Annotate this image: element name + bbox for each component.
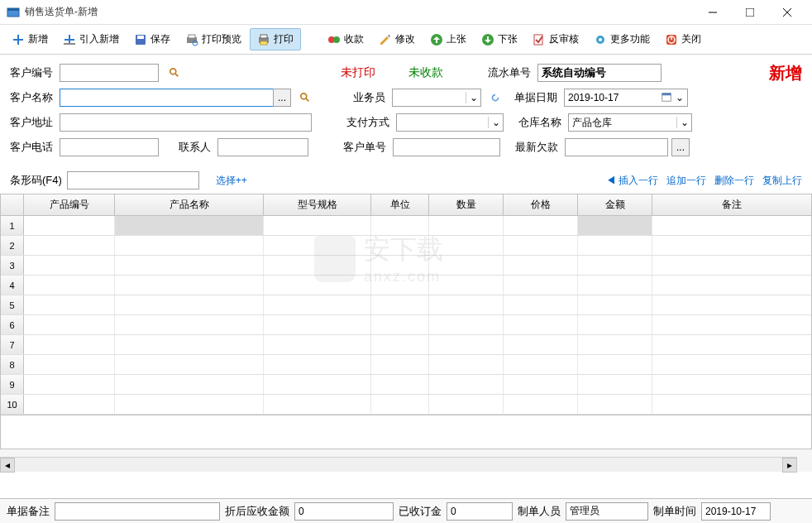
cell-qty[interactable] [429,236,504,255]
more-button[interactable]: 更多功能 [587,29,657,50]
customer-name-browse-button[interactable]: ... [273,89,291,107]
table-row[interactable]: 10 [1,395,811,415]
cell-remark[interactable] [652,236,811,255]
delete-row-link[interactable]: 删除一行 [714,174,754,188]
receive-button[interactable]: 收款 [321,29,370,50]
print-button[interactable]: 打印 [250,28,301,50]
serial-input[interactable] [537,64,662,82]
cell-product-name[interactable] [115,256,264,275]
cell-spec[interactable] [264,315,371,334]
customer-addr-input[interactable] [60,113,312,132]
cell-unit[interactable] [371,315,429,334]
customer-tel-input[interactable] [60,138,159,156]
cell-remark[interactable] [652,276,811,295]
after-discount-input[interactable] [294,502,394,521]
cell-remark[interactable] [652,295,811,314]
cell-amount[interactable] [578,315,652,334]
table-row[interactable]: 3 [1,256,811,276]
cell-remark[interactable] [652,256,811,275]
cell-amount[interactable] [578,395,652,414]
col-qty[interactable]: 数量 [429,194,504,215]
table-row[interactable]: 2 [1,236,811,256]
cell-remark[interactable] [652,355,811,374]
cell-price[interactable] [504,335,578,354]
cell-price[interactable] [504,295,578,314]
maker-input[interactable] [566,502,648,521]
cell-qty[interactable] [429,256,504,275]
unaudit-button[interactable]: 反审核 [526,29,585,50]
cell-unit[interactable] [371,236,429,255]
cell-amount[interactable] [578,256,652,275]
cell-qty[interactable] [429,216,504,235]
col-price[interactable]: 价格 [504,194,578,215]
customer-name-search-icon[interactable] [296,89,314,107]
cell-price[interactable] [504,236,578,255]
cell-product-name[interactable] [115,335,264,354]
close-button[interactable]: 关闭 [658,29,708,50]
cell-unit[interactable] [371,276,429,295]
customer-no-input[interactable] [60,64,159,82]
cell-product-name[interactable] [115,276,264,295]
cell-product-name[interactable] [115,236,264,255]
salesman-refresh-icon[interactable] [486,89,504,107]
scroll-left-button[interactable]: ◂ [0,458,15,473]
deposit-input[interactable] [447,502,513,521]
cell-product-no[interactable] [24,355,115,374]
table-row[interactable]: 4 [1,276,811,295]
cell-product-name[interactable] [115,216,264,235]
cell-amount[interactable] [578,295,652,314]
cell-spec[interactable] [264,216,371,235]
col-unit[interactable]: 单位 [371,194,429,215]
cell-spec[interactable] [264,375,371,394]
cell-price[interactable] [504,216,578,235]
contact-input[interactable] [217,138,308,156]
cell-qty[interactable] [429,315,504,334]
pay-method-combo[interactable]: ⌄ [396,113,504,132]
cell-product-no[interactable] [24,256,115,275]
cell-price[interactable] [504,256,578,275]
col-amount[interactable]: 金额 [578,194,652,215]
append-row-link[interactable]: 追加一行 [666,174,706,188]
table-row[interactable]: 1 [1,216,811,236]
cell-remark[interactable] [652,216,811,235]
cell-amount[interactable] [578,216,652,235]
cell-unit[interactable] [371,335,429,354]
cell-spec[interactable] [264,256,371,275]
cell-qty[interactable] [429,375,504,394]
warehouse-combo[interactable]: 产品仓库⌄ [568,113,692,132]
cell-product-no[interactable] [24,295,115,314]
cell-product-name[interactable] [115,395,264,414]
customer-order-input[interactable] [393,138,500,156]
cell-spec[interactable] [264,276,371,295]
cell-product-no[interactable] [24,375,115,394]
insert-row-link[interactable]: ◀ 插入一行 [606,174,658,188]
horizontal-scrollbar[interactable]: ◂ ▸ [0,457,797,472]
cell-spec[interactable] [264,236,371,255]
col-product-no[interactable]: 产品编号 [24,194,115,215]
cell-product-name[interactable] [115,295,264,314]
cell-remark[interactable] [652,335,811,354]
table-row[interactable]: 9 [1,375,811,395]
cell-product-no[interactable] [24,395,115,414]
cell-price[interactable] [504,355,578,374]
customer-search-icon[interactable] [165,64,184,82]
cell-product-no[interactable] [24,236,115,255]
copy-prev-row-link[interactable]: 复制上行 [762,174,802,188]
cell-product-no[interactable] [24,276,115,295]
prev-button[interactable]: 上张 [423,29,473,50]
cell-qty[interactable] [429,295,504,314]
cell-spec[interactable] [264,295,371,314]
col-spec[interactable]: 型号规格 [264,194,371,215]
cell-spec[interactable] [264,395,371,414]
cell-amount[interactable] [578,375,652,394]
next-button[interactable]: 下张 [475,29,524,50]
cell-spec[interactable] [264,335,371,354]
cell-qty[interactable] [429,355,504,374]
remark-input[interactable] [55,502,220,521]
cell-price[interactable] [504,315,578,334]
cell-unit[interactable] [371,355,429,374]
cell-qty[interactable] [429,395,504,414]
table-row[interactable]: 7 [1,335,811,355]
cell-product-no[interactable] [24,216,115,235]
table-row[interactable]: 6 [1,315,811,335]
